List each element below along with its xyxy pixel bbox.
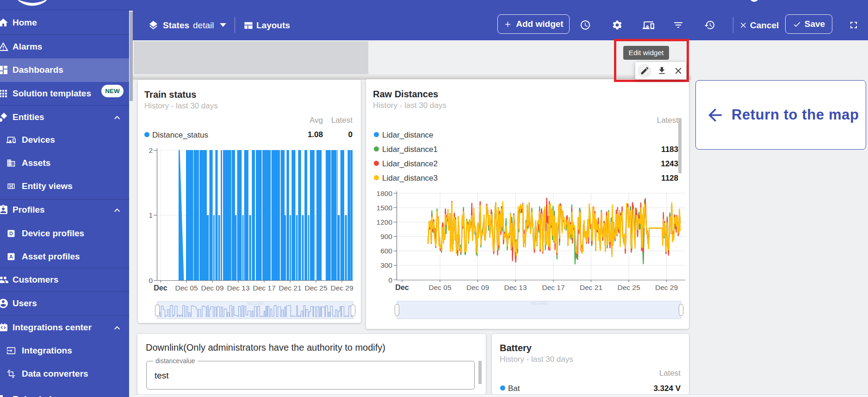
svg-text:Dec 25: Dec 25 (617, 284, 640, 291)
svg-text:Dec 13: Dec 13 (227, 284, 249, 292)
svg-text:Dec 17: Dec 17 (253, 284, 275, 292)
svg-text:0: 0 (388, 276, 392, 284)
svg-text:Dec 29: Dec 29 (655, 284, 678, 291)
svg-text:Dec: Dec (154, 284, 167, 292)
svg-text:2: 2 (149, 146, 153, 154)
svg-text:Dec 17: Dec 17 (542, 284, 564, 291)
svg-text:Dec 05: Dec 05 (428, 284, 451, 291)
svg-text:A: A (9, 253, 13, 259)
svg-text:Dec: Dec (395, 284, 409, 291)
svg-text:Dec 13: Dec 13 (504, 284, 527, 291)
svg-text:Dec 05: Dec 05 (175, 284, 198, 292)
svg-text:1200: 1200 (377, 218, 393, 226)
svg-text:Dec 09: Dec 09 (201, 284, 223, 292)
svg-text:Dec 21: Dec 21 (580, 284, 602, 291)
svg-text:Dec 09: Dec 09 (466, 284, 489, 291)
svg-text:1: 1 (149, 211, 153, 219)
svg-text:Dec 25: Dec 25 (304, 284, 327, 292)
svg-text:1800: 1800 (377, 189, 393, 197)
svg-text:D: D (9, 230, 13, 236)
svg-text:1500: 1500 (377, 204, 393, 212)
svg-text:300: 300 (380, 261, 392, 269)
svg-text:900: 900 (380, 233, 392, 240)
svg-text:600: 600 (380, 247, 392, 255)
svg-text:Dec 21: Dec 21 (279, 284, 301, 292)
svg-text:Dec 29: Dec 29 (330, 284, 353, 292)
svg-text:0: 0 (149, 277, 153, 284)
